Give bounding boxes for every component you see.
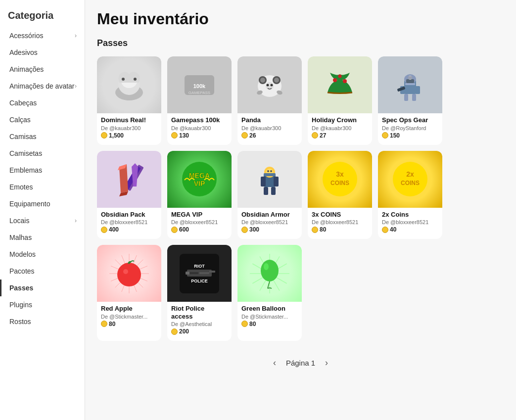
sidebar-item-label: Acessórios [9, 32, 43, 40]
sidebar-item-label: Rostos [9, 318, 31, 326]
item-card-obsidian-armor[interactable]: Obsidian ArmorDe @bloxxeer8521300 [237, 151, 302, 239]
svg-point-20 [338, 74, 342, 78]
sidebar-item-emblemas[interactable]: Emblemas [0, 162, 85, 179]
svg-point-3 [122, 78, 125, 81]
sidebar-item-camisas[interactable]: Camisas [0, 128, 85, 145]
price-value: 26 [249, 132, 256, 139]
sidebar-item-calcas[interactable]: Calças [0, 111, 85, 128]
section-title: Passes [97, 38, 504, 48]
sidebar-item-acessorios[interactable]: Acessórios› [0, 27, 85, 44]
svg-point-54 [393, 162, 427, 196]
item-card-spec-ops[interactable]: Spec Ops GearDe @RoyStanford150 [378, 56, 442, 145]
item-price-obsidian-armor: 300 [241, 226, 298, 233]
item-thumbnail-riot-police: RIOT POLICE [167, 245, 232, 302]
item-card-dominus[interactable]: Dominus Real!De @kauabr3001,500 [97, 56, 161, 145]
item-card-riot-police[interactable]: RIOT POLICE Riot Police accessDe @Aesthe… [167, 245, 232, 341]
item-card-obsidian-pack[interactable]: Obsidian PackDe @bloxxeer8521400 [97, 151, 161, 239]
svg-rect-42 [261, 177, 266, 187]
item-thumbnail-spec-ops [378, 56, 442, 113]
item-price-holiday-crown: 27 [312, 132, 368, 139]
coin-icon [171, 132, 178, 139]
svg-point-96 [264, 263, 269, 270]
svg-rect-23 [406, 79, 414, 83]
sidebar-item-label: Pacotes [9, 267, 35, 275]
item-creator-spec-ops: De @RoyStanford [382, 125, 438, 131]
item-name-obsidian-pack: Obsidian Pack [101, 211, 157, 219]
item-thumbnail-green-balloon [237, 245, 302, 302]
item-price-red-apple: 80 [101, 321, 157, 327]
price-value: 300 [249, 226, 259, 233]
coin-icon [382, 132, 388, 139]
item-name-3x-coins: 3x COINS [312, 211, 368, 219]
sidebar-item-animacoes-avatar[interactable]: Animações de avatar› [0, 78, 85, 94]
sidebar-item-animacoes[interactable]: Animações [0, 61, 85, 78]
sidebar-item-passes[interactable]: Passes [0, 280, 85, 296]
price-value: 80 [249, 321, 256, 327]
item-card-holiday-crown[interactable]: Holiday CrownDe @kauabr30027 [308, 56, 372, 145]
sidebar-item-camisetas[interactable]: Camisetas [0, 145, 85, 162]
item-card-red-apple[interactable]: Red AppleDe @Stickmaster...80 [97, 245, 161, 341]
sidebar-item-rostos[interactable]: Rostos [0, 313, 85, 330]
item-card-3x-coins[interactable]: 3x COINS 3x COINSDe @bloxxeer852180 [308, 151, 372, 239]
sidebar-item-label: Malhas [9, 233, 32, 241]
sidebar-item-emotes[interactable]: Emotes [0, 179, 85, 195]
svg-rect-26 [404, 94, 408, 101]
item-creator-riot-police: De @Aesthetical [171, 321, 228, 327]
item-thumbnail-obsidian-armor [237, 151, 302, 208]
sidebar-item-label: Animações de avatar [9, 82, 75, 90]
svg-point-48 [267, 170, 269, 172]
coin-icon [171, 328, 178, 335]
svg-point-12 [274, 78, 279, 83]
item-card-gamepass[interactable]: 100k GAMEPASS Gamepass 100kDe @kauabr300… [167, 56, 232, 145]
item-name-gamepass: Gamepass 100k [171, 116, 228, 124]
prev-page-button[interactable]: ‹ [269, 356, 280, 370]
sidebar-item-locais[interactable]: Locais› [0, 212, 85, 229]
svg-rect-25 [415, 86, 420, 94]
sidebar-item-modelos[interactable]: Modelos [0, 246, 85, 263]
sidebar-item-label: Emotes [9, 183, 33, 191]
sidebar-item-adesivos[interactable]: Adesivos [0, 44, 85, 61]
sidebar: Categoria Acessórios›AdesivosAnimaçõesAn… [0, 0, 85, 420]
svg-point-14 [267, 84, 269, 86]
item-card-2x-coins[interactable]: 2x COINS 2x CoinsDe @bloxxeer852140 [378, 151, 442, 239]
item-name-holiday-crown: Holiday Crown [312, 116, 368, 124]
coin-icon [101, 321, 107, 327]
item-thumbnail-obsidian-pack [97, 151, 161, 208]
chevron-right-icon: › [75, 83, 77, 90]
item-name-red-apple: Red Apple [101, 305, 157, 313]
item-creator-obsidian-armor: De @bloxxeer8521 [241, 219, 298, 225]
page-label: Página 1 [286, 359, 315, 367]
sidebar-item-plugins[interactable]: Plugins [0, 296, 85, 313]
item-price-spec-ops: 150 [382, 132, 438, 139]
svg-rect-30 [408, 76, 412, 79]
sidebar-item-label: Equipamento [9, 200, 50, 208]
coin-icon [241, 227, 248, 233]
price-value: 150 [390, 132, 400, 139]
sidebar-item-malhas[interactable]: Malhas [0, 229, 85, 246]
item-card-green-balloon[interactable]: Green BalloonDe @Stickmaster...80 [237, 245, 302, 341]
sidebar-item-pacotes[interactable]: Pacotes [0, 263, 85, 280]
item-card-mega-vip[interactable]: MEGA VIP MEGA VIPDe @bloxxeer8521600 [167, 151, 232, 239]
coin-icon [101, 227, 107, 233]
item-creator-green-balloon: De @Stickmaster... [241, 314, 298, 320]
item-price-dominus: 1,500 [101, 132, 157, 139]
item-thumbnail-panda [237, 56, 302, 113]
next-page-button[interactable]: › [321, 356, 332, 370]
sidebar-item-cabecas[interactable]: Cabeças [0, 94, 85, 111]
sidebar-item-label: Adesivos [9, 48, 38, 56]
price-value: 400 [109, 226, 119, 233]
item-creator-gamepass: De @kauabr300 [171, 125, 228, 131]
svg-rect-43 [274, 177, 279, 187]
price-value: 1,500 [109, 132, 124, 139]
item-price-panda: 26 [241, 132, 298, 139]
svg-text:RIOT: RIOT [194, 264, 205, 269]
item-price-green-balloon: 80 [241, 321, 298, 327]
item-card-panda[interactable]: PandaDe @kauabr30026 [237, 56, 302, 145]
sidebar-item-equipamento[interactable]: Equipamento [0, 195, 85, 212]
svg-point-95 [261, 260, 279, 281]
svg-text:COINS: COINS [330, 180, 349, 187]
svg-rect-50 [264, 173, 276, 176]
coin-icon [312, 227, 318, 233]
price-value: 27 [320, 132, 326, 139]
sidebar-item-label: Camisas [9, 133, 36, 140]
